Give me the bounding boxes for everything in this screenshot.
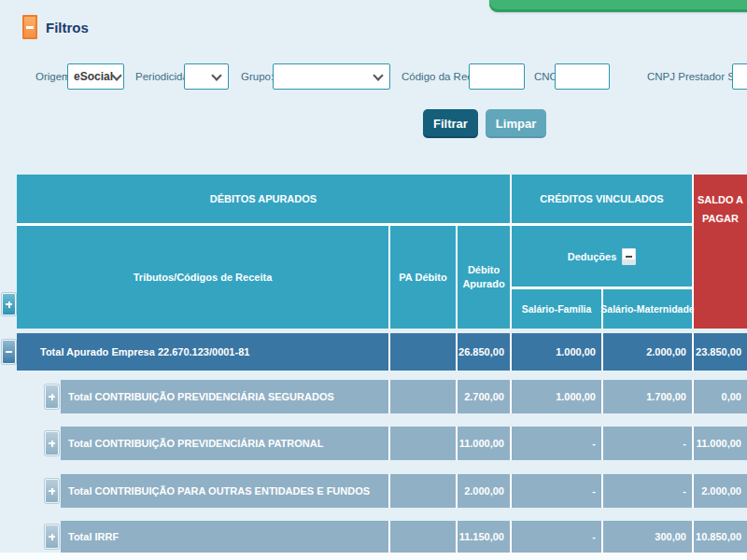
table-row: Total IRRF 11.150,00 - 300,00 10.850,00 bbox=[61, 521, 747, 553]
expand-row-icon[interactable] bbox=[45, 525, 59, 549]
row-pa-debito bbox=[390, 427, 456, 460]
codigo-receita-input[interactable] bbox=[469, 63, 525, 90]
row-salario-familia: - bbox=[512, 427, 601, 460]
row-debito-apurado: 2.000,00 bbox=[458, 474, 510, 508]
filters-header: Filtros bbox=[22, 15, 89, 39]
row-salario-familia: - bbox=[512, 474, 601, 508]
origem-select[interactable]: eSocial bbox=[67, 63, 124, 90]
cno-input[interactable] bbox=[555, 63, 610, 90]
filters-collapse-icon[interactable] bbox=[22, 15, 37, 39]
row-debito-apurado: 2.700,00 bbox=[458, 380, 510, 413]
row-label: Total CONTRIBUIÇÃO PARA OUTRAS ENTIDADES… bbox=[61, 474, 388, 508]
row-saldo: 10.850,00 bbox=[694, 521, 747, 553]
chevron-down-icon bbox=[373, 70, 383, 80]
header-saldo-a-pagar: SALDO A PAGAR bbox=[694, 175, 747, 329]
table-row: Total CONTRIBUIÇÃO PARA OUTRAS ENTIDADES… bbox=[61, 474, 747, 508]
row-pa-debito bbox=[390, 521, 456, 553]
row-salario-maternidade: 2.000,00 bbox=[603, 333, 692, 371]
row-label: Total CONTRIBUIÇÃO PREVIDENCIÁRIA PATRON… bbox=[61, 427, 388, 460]
limpar-button[interactable]: Limpar bbox=[486, 109, 546, 138]
header-salario-familia: Salário-Família bbox=[512, 289, 601, 329]
header-tributos: Tributos/Códigos de Receita bbox=[17, 226, 388, 329]
row-saldo: 23.850,00 bbox=[694, 333, 747, 371]
row-salario-familia: 1.000,00 bbox=[512, 380, 601, 413]
periodicidade-select[interactable] bbox=[184, 63, 229, 90]
table-row-total: Total Apurado Empresa 22.670.123/0001-81… bbox=[17, 333, 747, 371]
header-salario-maternidade: Salário-Maternidade bbox=[603, 289, 692, 329]
grupo-label: Grupo: bbox=[241, 71, 274, 82]
expand-row-icon[interactable] bbox=[45, 431, 59, 455]
table-header: DÉBITOS APURADOS CRÉDITOS VINCULADOS SAL… bbox=[17, 175, 747, 329]
filter-band: Origem: eSocial Periodicidade: Grupo: Có… bbox=[0, 63, 747, 90]
cnpj-prestador-input[interactable] bbox=[732, 63, 747, 90]
row-label: Total Apurado Empresa 22.670.123/0001-81 bbox=[17, 333, 388, 371]
expand-all-icon[interactable] bbox=[2, 293, 16, 315]
table-row: Total CONTRIBUIÇÃO PREVIDENCIÁRIA SEGURA… bbox=[61, 380, 747, 413]
row-salario-maternidade: 1.700,00 bbox=[603, 380, 692, 413]
row-label: Total IRRF bbox=[61, 521, 388, 553]
row-debito-apurado: 11.000,00 bbox=[458, 427, 510, 460]
row-salario-maternidade: 300,00 bbox=[603, 521, 692, 553]
row-pa-debito bbox=[390, 380, 456, 413]
expand-row-icon[interactable] bbox=[45, 479, 59, 503]
chevron-down-icon bbox=[111, 70, 121, 80]
row-salario-familia: 1.000,00 bbox=[512, 333, 601, 371]
grupo-select[interactable] bbox=[273, 63, 390, 90]
filters-title: Filtros bbox=[46, 20, 89, 35]
header-debito-apurado: Débito Apurado bbox=[458, 226, 510, 329]
table-row: Total CONTRIBUIÇÃO PREVIDENCIÁRIA PATRON… bbox=[61, 427, 747, 460]
bottom-strip bbox=[0, 553, 747, 560]
filtrar-button[interactable]: Filtrar bbox=[423, 109, 478, 138]
header-pa-debito: PA Débito bbox=[390, 226, 456, 329]
origem-select-value: eSocial bbox=[74, 70, 113, 83]
filter-actions: Filtrar Limpar bbox=[423, 109, 546, 138]
header-debitos-apurados: DÉBITOS APURADOS bbox=[17, 175, 510, 223]
row-saldo: 2.000,00 bbox=[694, 474, 747, 508]
top-right-partial-button[interactable] bbox=[489, 0, 747, 12]
row-pa-debito bbox=[390, 474, 456, 508]
row-debito-apurado: 26.850,00 bbox=[458, 333, 510, 371]
header-deducoes: Deduções bbox=[512, 226, 692, 287]
row-pa-debito bbox=[390, 333, 456, 371]
minus-glyph bbox=[26, 26, 34, 29]
chevron-down-icon bbox=[211, 70, 221, 80]
row-saldo: 0,00 bbox=[694, 380, 747, 413]
expand-row-icon[interactable] bbox=[45, 385, 59, 409]
row-salario-familia: - bbox=[512, 521, 601, 553]
debitos-table: DÉBITOS APURADOS CRÉDITOS VINCULADOS SAL… bbox=[17, 175, 747, 553]
row-salario-maternidade: - bbox=[603, 427, 692, 460]
deducoes-collapse-icon[interactable] bbox=[622, 248, 636, 265]
collapse-total-row-icon[interactable] bbox=[2, 340, 16, 364]
row-debito-apurado: 11.150,00 bbox=[458, 521, 510, 553]
row-label: Total CONTRIBUIÇÃO PREVIDENCIÁRIA SEGURA… bbox=[61, 380, 388, 413]
minus-glyph bbox=[626, 256, 632, 258]
row-saldo: 11.000,00 bbox=[694, 427, 747, 460]
header-creditos-vinculados: CRÉDITOS VINCULADOS bbox=[512, 175, 692, 223]
row-salario-maternidade: - bbox=[603, 474, 692, 508]
